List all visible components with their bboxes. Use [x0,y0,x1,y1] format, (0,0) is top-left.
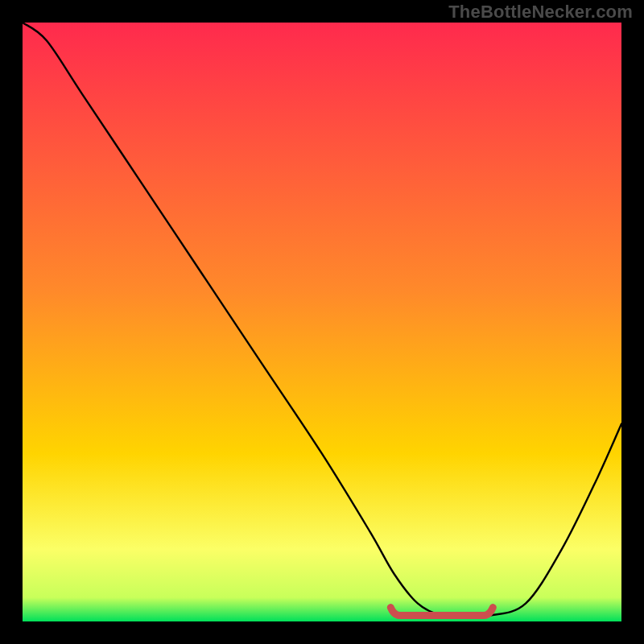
gradient-background [23,23,621,621]
chart-frame: TheBottleNecker.com [0,0,644,644]
watermark-text: TheBottleNecker.com [448,2,633,23]
chart-svg [23,23,621,621]
bottleneck-plot [23,23,621,621]
